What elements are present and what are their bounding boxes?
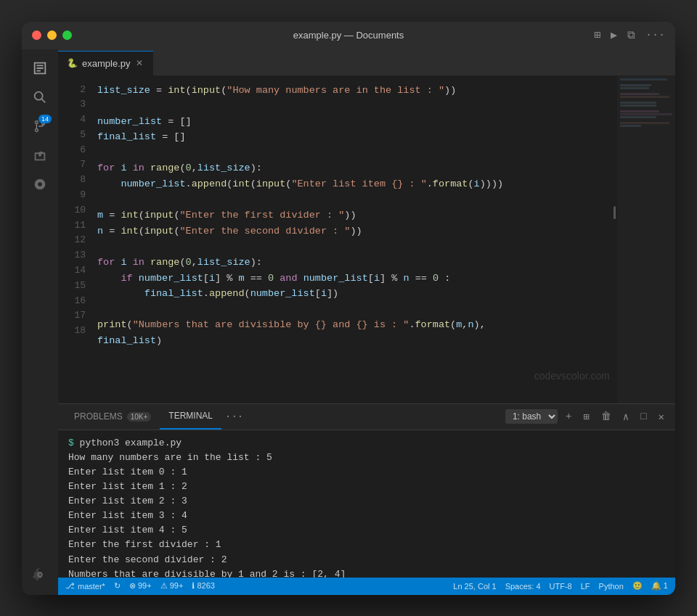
minimize-button[interactable] (47, 30, 57, 40)
close-panel-button[interactable]: ✕ (655, 408, 668, 425)
maximize-button[interactable] (62, 30, 72, 40)
bell-icon: 🔔 1 (651, 581, 668, 591)
problems-badge: 10K+ (127, 412, 152, 422)
terminal-line: Enter list item 3 : 4 (68, 509, 665, 523)
warnings-count[interactable]: ⚠ 99+ (160, 581, 184, 591)
ln-col-label: Ln 25, Col 1 (453, 582, 496, 591)
smiley-icon: 🙂 (632, 581, 643, 591)
titlebar: example.py — Documents ⊞ ▶ ⧉ ··· (22, 22, 675, 49)
terminal-line: Enter the first divider : 1 (68, 538, 665, 552)
tab-bar: 🐍 example.py ✕ (58, 49, 675, 75)
eol[interactable]: LF (581, 581, 590, 591)
terminal-line: How many numbers are in the list : 5 (68, 451, 665, 465)
language-mode[interactable]: Python (599, 581, 624, 591)
activity-source-control[interactable]: 14 (27, 113, 53, 139)
minimap (617, 75, 675, 403)
line-numbers: 2 3 4 5 6 7 8 9 10 11 12 13 14 15 16 17 (58, 75, 94, 403)
split-icon[interactable]: ⧉ (627, 29, 635, 42)
terminal-line: $ python3 example.py (68, 436, 665, 451)
feedback-smiley[interactable]: 🙂 (632, 581, 643, 591)
git-branch[interactable]: ⎇ master* (65, 581, 105, 591)
svg-line-1 (41, 99, 45, 102)
svg-point-0 (35, 91, 43, 99)
collapse-button[interactable]: ∧ (619, 408, 632, 425)
spaces-label: Spaces: 4 (505, 582, 541, 591)
terminal-line: Enter list item 1 : 2 (68, 480, 665, 494)
activity-docker[interactable] (27, 171, 53, 197)
tab-close-button[interactable]: ✕ (134, 57, 144, 70)
code-editor[interactable]: list_size = int(input("How many numbers … (94, 75, 675, 403)
indentation[interactable]: Spaces: 4 (505, 581, 541, 591)
run-icon[interactable]: ▶ (611, 28, 617, 42)
activity-extensions[interactable] (27, 142, 53, 168)
app-window: example.py — Documents ⊞ ▶ ⧉ ··· 14 (22, 22, 675, 595)
tab-label: example.py (82, 58, 130, 69)
cursor-position[interactable]: Ln 25, Col 1 (453, 581, 496, 591)
branch-icon: ⎇ (65, 581, 75, 591)
errors-label: ⊗ 99+ (129, 581, 152, 591)
window-title: example.py — Documents (293, 30, 404, 41)
terminal-line: Enter the second divider : 2 (68, 553, 665, 567)
tab-terminal[interactable]: TERMINAL (160, 403, 221, 430)
activity-explorer[interactable] (27, 55, 53, 81)
activity-settings[interactable] (27, 562, 53, 588)
source-control-badge: 14 (38, 115, 52, 123)
terminal-line: Enter list item 4 : 5 (68, 523, 665, 538)
kill-terminal-button[interactable]: 🗑 (598, 408, 615, 424)
layout-icon[interactable]: ⊞ (594, 28, 600, 42)
maximize-panel-button[interactable]: □ (637, 408, 650, 424)
branch-name: master* (78, 582, 105, 591)
terminal-line: Numbers that are divisible by 1 and 2 is… (68, 567, 665, 578)
activity-search[interactable] (27, 84, 53, 110)
notifications[interactable]: 🔔 1 (651, 581, 668, 591)
tab-problems[interactable]: PROBLEMS 10K+ (65, 403, 160, 430)
scrollbar-thumb[interactable] (614, 206, 616, 219)
window-controls (32, 30, 72, 40)
encoding-label: UTF-8 (550, 582, 572, 591)
warnings-label: ⚠ 99+ (160, 581, 184, 591)
status-bar: ⎇ master* ↻ ⊗ 99+ ⚠ 99+ ℹ 8263 Ln 25, (58, 578, 675, 595)
svg-point-2 (39, 183, 41, 185)
activity-bar: 14 (22, 49, 58, 595)
editor-content[interactable]: 2 3 4 5 6 7 8 9 10 11 12 13 14 15 16 17 (58, 75, 675, 403)
panel-more-actions[interactable]: ··· (221, 408, 247, 424)
more-actions-icon[interactable]: ··· (645, 29, 665, 41)
split-terminal-button[interactable]: ⊞ (579, 408, 592, 425)
terminal-line: Enter list item 0 : 1 (68, 465, 665, 480)
tab-example-py[interactable]: 🐍 example.py ✕ (58, 51, 153, 75)
terminal-label: TERMINAL (168, 411, 213, 421)
language-label: Python (599, 582, 624, 591)
errors-count[interactable]: ⊗ 99+ (129, 581, 152, 591)
encoding[interactable]: UTF-8 (550, 581, 572, 591)
close-button[interactable] (32, 30, 41, 40)
panel-actions: 1: bash + ⊞ 🗑 ∧ □ ✕ (505, 408, 668, 425)
problems-label: PROBLEMS (74, 411, 123, 422)
python-file-icon: 🐍 (67, 58, 78, 68)
panel-tab-bar: PROBLEMS 10K+ TERMINAL ··· 1: bash + ⊞ 🗑 (58, 404, 675, 430)
info-label: ℹ 8263 (192, 581, 215, 591)
terminal-panel: PROBLEMS 10K+ TERMINAL ··· 1: bash + ⊞ 🗑 (58, 403, 675, 578)
terminal-line: Enter list item 2 : 3 (68, 494, 665, 509)
titlebar-actions: ⊞ ▶ ⧉ ··· (594, 28, 665, 42)
info-count[interactable]: ℹ 8263 (192, 581, 215, 591)
status-right: Ln 25, Col 1 Spaces: 4 UTF-8 LF Python (453, 581, 668, 591)
sync-button[interactable]: ↻ (114, 581, 121, 591)
terminal-selector[interactable]: 1: bash (505, 409, 558, 424)
eol-label: LF (581, 582, 590, 591)
new-terminal-button[interactable]: + (562, 408, 575, 424)
terminal-output[interactable]: $ python3 example.py How many numbers ar… (58, 430, 675, 578)
main-layout: 14 🐍 example.py ✕ (22, 49, 675, 595)
sync-icon: ↻ (114, 581, 121, 591)
editor-area: 🐍 example.py ✕ 2 3 4 5 6 7 8 9 10 (58, 49, 675, 595)
